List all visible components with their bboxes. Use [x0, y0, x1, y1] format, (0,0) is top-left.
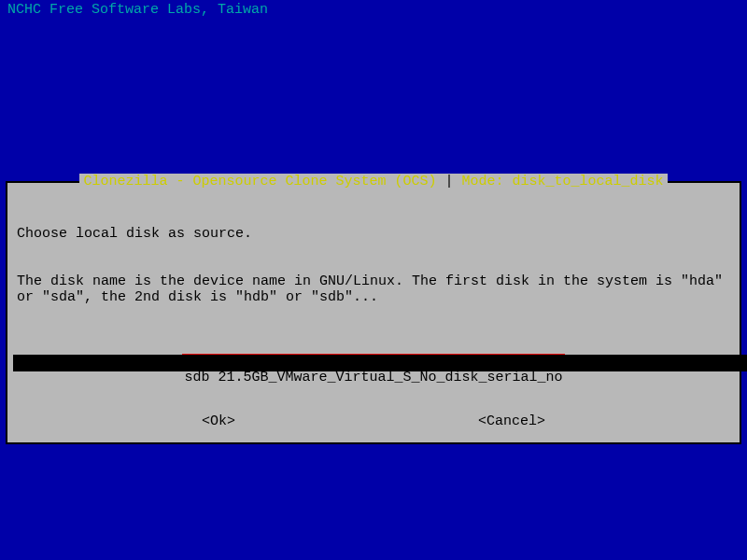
dialog-shadow	[13, 355, 747, 371]
disk-desc: 21.5GB_VMware_Virtual_S_No_disk_serial_n…	[218, 370, 562, 385]
cancel-button[interactable]: <Cancel>	[478, 413, 545, 429]
dialog-buttons: <Ok> <Cancel>	[15, 413, 732, 431]
page-header: NCHC Free Software Labs, Taiwan	[0, 0, 747, 18]
title-mode: Mode: disk_to_local_disk	[462, 174, 664, 189]
title-sep: |	[437, 174, 462, 189]
disk-option-sdb[interactable]: sdb 21.5GB_VMware_Virtual_S_No_disk_seri…	[182, 370, 564, 385]
disk-dev: sdb	[184, 370, 209, 385]
body-line: Choose local disk as source.	[17, 226, 730, 242]
dialog-body: Choose local disk as source. The disk na…	[15, 194, 732, 337]
source-disk-dialog: Clonezilla - Opensource Clone System (OC…	[6, 181, 741, 444]
body-line: The disk name is the device name in GNU/…	[17, 273, 730, 305]
title-app: Clonezilla - Opensource Clone System (OC…	[83, 174, 436, 189]
ok-button[interactable]: <Ok>	[202, 413, 235, 429]
dialog-container: Clonezilla - Opensource Clone System (OC…	[6, 181, 741, 444]
dialog-title: Clonezilla - Opensource Clone System (OC…	[7, 174, 740, 189]
